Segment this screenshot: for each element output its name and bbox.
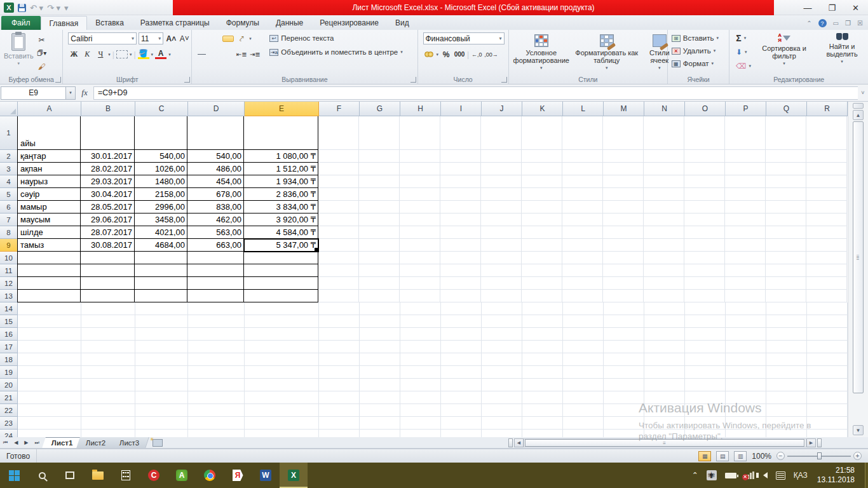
cell-O21[interactable]	[685, 391, 726, 404]
cell-E9[interactable]: 5 347,00 ₸	[244, 239, 318, 252]
cell-Q24[interactable]	[766, 430, 807, 437]
cell-O24[interactable]	[685, 430, 726, 437]
cell-J1[interactable]	[481, 116, 522, 150]
cell-H1[interactable]	[400, 116, 440, 150]
battery-icon[interactable]	[725, 473, 736, 478]
cell-R13[interactable]	[806, 290, 847, 302]
cell-D1[interactable]	[187, 116, 244, 150]
cell-I12[interactable]	[440, 277, 481, 290]
cell-O2[interactable]	[684, 150, 725, 163]
last-sheet-icon[interactable]: ⏭	[32, 440, 43, 446]
column-header-K[interactable]: K	[522, 102, 563, 116]
network-icon[interactable]: ✕	[745, 471, 755, 479]
orientation-icon[interactable]: ⤤	[236, 32, 247, 44]
cell-P17[interactable]	[726, 341, 766, 353]
cell-N15[interactable]	[644, 315, 685, 328]
cell-G6[interactable]	[359, 201, 400, 214]
vertical-scrollbar[interactable]: ▲ ≡≡ ▼	[848, 102, 868, 437]
align-bottom-icon[interactable]	[222, 36, 234, 42]
cell-M18[interactable]	[604, 353, 644, 366]
cell-D5[interactable]: 678,00	[187, 188, 244, 201]
cell-M9[interactable]	[603, 239, 644, 252]
cell-O12[interactable]	[684, 277, 725, 290]
column-header-I[interactable]: I	[441, 102, 482, 116]
cell-H5[interactable]	[400, 188, 440, 201]
row-header-4[interactable]: 4	[0, 175, 18, 188]
cell-I19[interactable]	[441, 366, 482, 379]
cell-H9[interactable]	[400, 239, 440, 252]
column-header-L[interactable]: L	[563, 102, 604, 116]
cell-I23[interactable]	[441, 417, 482, 430]
cell-L10[interactable]	[562, 252, 603, 264]
cell-G2[interactable]	[359, 150, 400, 163]
cell-N7[interactable]	[644, 214, 684, 226]
cell-H14[interactable]	[400, 302, 441, 315]
cell-M5[interactable]	[603, 188, 644, 201]
cell-D6[interactable]: 838,00	[187, 201, 244, 214]
close-button[interactable]: ✕	[852, 3, 859, 13]
cell-J22[interactable]	[482, 404, 522, 417]
cell-J5[interactable]	[481, 188, 522, 201]
cell-M4[interactable]	[603, 175, 644, 188]
cell-Q2[interactable]	[766, 150, 806, 163]
workbook-minimize-icon[interactable]: ▭	[833, 20, 839, 27]
cell-A24[interactable]	[18, 430, 81, 437]
column-header-O[interactable]: O	[685, 102, 726, 116]
cell-I11[interactable]	[440, 264, 481, 277]
cell-R9[interactable]	[806, 239, 847, 252]
column-header-N[interactable]: N	[644, 102, 685, 116]
column-header-A[interactable]: A	[18, 102, 81, 116]
cell-Q6[interactable]	[766, 201, 806, 214]
cell-O17[interactable]	[685, 341, 726, 353]
cell-M7[interactable]	[603, 214, 644, 226]
cell-B12[interactable]	[81, 277, 135, 290]
column-header-J[interactable]: J	[482, 102, 522, 116]
cell-M23[interactable]	[604, 417, 644, 430]
cell-I9[interactable]	[440, 239, 481, 252]
row-header-12[interactable]: 12	[0, 277, 18, 290]
underline-caret[interactable]: ▾	[108, 52, 111, 57]
cell-F20[interactable]	[319, 379, 360, 391]
cell-J7[interactable]	[481, 214, 522, 226]
cell-D3[interactable]: 486,00	[187, 163, 244, 175]
percent-style-icon[interactable]: %	[440, 48, 452, 60]
cell-R4[interactable]	[806, 175, 847, 188]
cell-M16[interactable]	[604, 328, 644, 341]
cell-H15[interactable]	[400, 315, 441, 328]
cell-L15[interactable]	[563, 315, 604, 328]
row-header-13[interactable]: 13	[0, 290, 18, 302]
cell-K20[interactable]	[522, 379, 563, 391]
cell-E8[interactable]: 4 584,00 ₸	[244, 226, 318, 239]
select-all-corner[interactable]	[0, 102, 18, 116]
cell-L2[interactable]	[562, 150, 603, 163]
cell-B5[interactable]: 30.04.2017	[81, 188, 135, 201]
cell-H23[interactable]	[400, 417, 441, 430]
column-header-R[interactable]: R	[807, 102, 848, 116]
cell-F22[interactable]	[319, 404, 360, 417]
cell-I8[interactable]	[440, 226, 481, 239]
scroll-down-icon[interactable]: ▼	[853, 425, 864, 435]
scroll-left-icon[interactable]: ◀	[514, 438, 524, 447]
cell-N21[interactable]	[644, 391, 685, 404]
cell-H10[interactable]	[400, 252, 440, 264]
cell-J4[interactable]	[481, 175, 522, 188]
column-header-D[interactable]: D	[188, 102, 245, 116]
cell-B19[interactable]	[81, 366, 135, 379]
cell-L20[interactable]	[563, 379, 604, 391]
cell-N9[interactable]	[644, 239, 684, 252]
cell-O16[interactable]	[685, 328, 726, 341]
cell-G16[interactable]	[360, 328, 400, 341]
cell-N12[interactable]	[644, 277, 684, 290]
cell-D9[interactable]: 663,00	[187, 239, 244, 252]
cell-F5[interactable]	[318, 188, 359, 201]
cell-A4[interactable]: наурыз	[17, 175, 81, 188]
cell-H18[interactable]	[400, 353, 441, 366]
cell-A21[interactable]	[18, 391, 81, 404]
cell-B15[interactable]	[81, 315, 135, 328]
cell-H8[interactable]	[400, 226, 440, 239]
cell-L21[interactable]	[563, 391, 604, 404]
cell-N10[interactable]	[644, 252, 684, 264]
number-format-combo[interactable]: Финансовый▾	[423, 32, 505, 44]
cell-B16[interactable]	[81, 328, 135, 341]
cell-L8[interactable]	[562, 226, 603, 239]
